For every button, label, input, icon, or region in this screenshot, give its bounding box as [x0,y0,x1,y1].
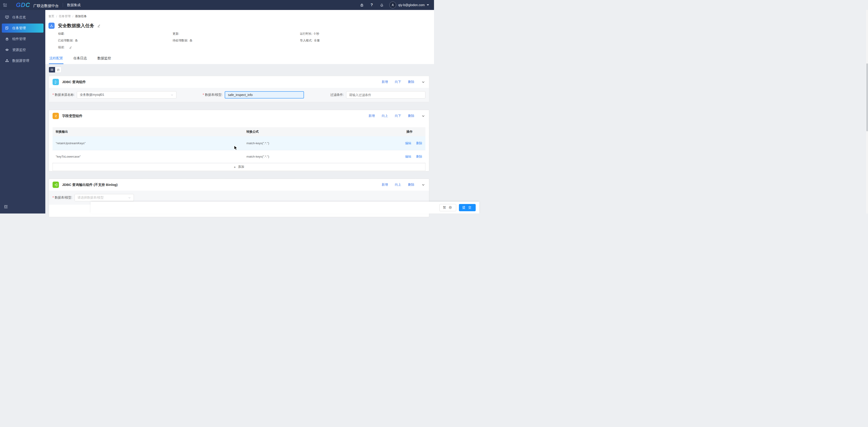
sidebar-item-task-management[interactable]: 任务管理 [2,24,43,33]
pending-label: 待处理数据: [173,37,188,44]
user-menu[interactable]: qiy-b@glodon.com [390,2,429,8]
move-up-link[interactable]: 向上 [395,183,401,187]
datasource-name-label: 数据来源名称: [53,93,74,97]
plus-icon [234,165,236,169]
add-component-link[interactable]: 新增 [369,114,375,118]
formula-cell: match-keys(".*.") [246,155,394,158]
sidebar-item-label: 资源监控 [12,48,26,52]
delete-component-link[interactable]: 删除 [408,183,414,187]
import-mode-label: 导入模式: [300,37,313,44]
col-header-formula: 转换公式 [246,130,394,134]
chevron-down-icon [170,94,174,96]
bug-icon[interactable] [360,3,364,7]
sidebar-item-datasource-management[interactable]: 数据源管理 [2,56,43,65]
tabs: 流程配置 任务日志 数据监控 [49,54,430,64]
created-label: 创建: [58,30,65,37]
eye-icon [5,48,9,52]
view-toggle: {/} [49,67,61,73]
table-model-input-wrap [225,91,304,98]
document-edit-icon [5,26,9,30]
sidebar-item-label: 组件管理 [12,37,26,41]
dashboard-monitor-icon [5,15,9,19]
edit-row-link[interactable]: 编辑 [405,155,411,158]
output-table-model-select[interactable]: 请选择数据表/模型 [74,194,134,201]
formula-cell: match-keys(".*.") [246,141,394,145]
card-field-transform: 字段变型组件 新增 向上 向下 删除 转换输出 转换公式 [49,110,429,171]
sidebar-item-label: 任务总览 [12,15,26,20]
tab-task-log[interactable]: 任务日志 [73,54,87,64]
topbar-divider [63,3,63,7]
layers-icon [5,37,9,41]
list-view-button[interactable] [49,67,55,72]
sidebar-item-component-management[interactable]: 组件管理 [2,34,43,43]
collapse-card-icon[interactable] [422,114,425,118]
task-import-icon [49,23,55,29]
move-up-link[interactable]: 向上 [382,114,388,118]
delete-row-link[interactable]: 删除 [416,141,422,145]
page-body: {/} JDBC 查询组件 新增 向下 删除 [45,64,434,214]
delete-component-link[interactable]: 删除 [408,114,414,118]
jdbc-query-component-icon [53,79,59,85]
field-transform-component-icon [53,113,59,119]
move-down-link[interactable]: 向下 [395,114,401,118]
gdc-logo: GDC [16,2,30,9]
breadcrumb-current: 添加任务 [75,14,87,18]
card-jdbc-query: JDBC 查询组件 新增 向下 删除 数据来源名称: 业务数据my [49,76,429,102]
chevron-down-icon [128,196,131,199]
pending-value: 条 [190,37,192,44]
tab-flow-config[interactable]: 流程配置 [49,54,63,64]
sidebar: 任务总览 任务管理 组件管理 [0,10,45,214]
help-icon[interactable]: ? [369,3,374,7]
filter-input-wrap [346,91,425,98]
add-component-link[interactable]: 新增 [382,80,388,84]
table-row[interactable]: "keyToLowercase" match-keys(".*.") 编辑 删除 [53,150,425,163]
user-email: qiy-b@glodon.com [398,3,425,7]
runtime-value: 0 秒 [314,30,319,37]
code-view-button[interactable]: {/} [55,67,61,72]
edit-title-icon[interactable] [97,24,100,27]
notifications-bell-icon[interactable] [379,3,384,7]
transform-table: 转换输出 转换公式 操作 "retainUpstreamKeys" match-… [53,127,425,171]
brand-title: 广联达数据中台 [33,4,59,8]
collapse-card-icon[interactable] [422,80,425,84]
add-transform-row-button[interactable]: 添加 [53,163,425,171]
task-meta: 创建: 更新: 运行时长: 0 秒 已处理数据: 条 待处理数据: 条 导入模式… [58,30,430,51]
footer-bar: 暂 存 提 交 [91,202,434,214]
jdbc-output-component-icon [53,182,59,188]
avatar [390,2,396,8]
delete-row-link[interactable]: 删除 [416,155,422,158]
output-table-model-label: 数据表/模型: [53,196,72,200]
data-cluster-icon [5,59,9,63]
edit-description-icon[interactable] [69,46,72,49]
collapse-sidebar-icon[interactable] [4,204,8,210]
table-model-label: 数据表/模型: [203,93,222,97]
card-title: JDBC 查询输出组件 (不支持 Binlog) [62,183,118,187]
output-cell: "keyToLowercase" [53,155,246,158]
description-label: 描述: [58,44,65,51]
table-model-input[interactable] [228,93,301,97]
table-row[interactable]: "retainUpstreamKeys" match-keys(".*.") 编… [53,136,425,150]
collapse-card-icon[interactable] [422,183,425,187]
sidebar-item-task-overview[interactable]: 任务总览 [2,13,43,22]
layout-panel-icon[interactable] [0,3,10,7]
breadcrumb-home[interactable]: 首页 [49,14,54,18]
add-component-link[interactable]: 新增 [382,183,388,187]
brand: GDC 广联达数据中台 [16,2,59,9]
filter-label: 过滤条件: [330,93,344,97]
table-header-row: 转换输出 转换公式 操作 [53,127,425,136]
output-cell: "retainUpstreamKeys" [53,141,246,145]
sidebar-item-label: 数据源管理 [12,59,29,63]
datasource-select[interactable]: 业务数据mysql01 [77,91,177,98]
edit-row-link[interactable]: 编辑 [405,141,411,145]
tab-data-monitor[interactable]: 数据监控 [97,54,112,64]
card-title: 字段变型组件 [62,114,83,118]
add-row-label: 添加 [238,165,244,169]
main-content: 首页 / 任务管理 / 添加任务 安全数据接入任务 创建: 更新: [45,10,434,214]
breadcrumb-task-management[interactable]: 任务管理 [59,14,71,18]
module-name: 数据集成 [67,3,81,7]
move-down-link[interactable]: 向下 [395,80,401,84]
delete-component-link[interactable]: 删除 [408,80,414,84]
processed-label: 已处理数据: [58,37,73,44]
sidebar-item-resource-monitor[interactable]: 资源监控 [2,45,43,54]
filter-input[interactable] [349,93,423,97]
